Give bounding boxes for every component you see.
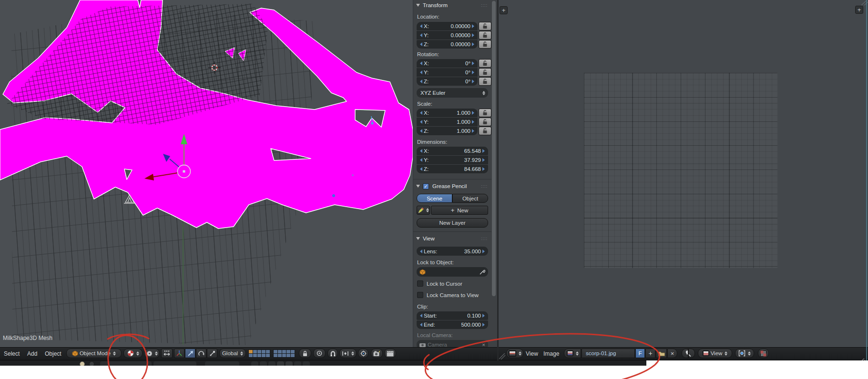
timeline-sliver[interactable] <box>0 360 646 366</box>
increment-arrow-icon[interactable] <box>472 120 476 124</box>
decrement-arrow-icon[interactable] <box>418 24 422 28</box>
scale-x-field[interactable]: X: 1.000 <box>417 109 478 117</box>
timeline-play-back-button[interactable] <box>277 361 284 366</box>
gp-new-layer-button[interactable]: New Layer <box>417 218 488 228</box>
lens-field[interactable]: Lens: 35.000 <box>417 247 488 256</box>
drag-dots-icon[interactable]: :::: <box>481 184 488 189</box>
gp-scene-button[interactable]: Scene <box>417 194 452 203</box>
increment-arrow-icon[interactable] <box>472 42 476 46</box>
timeline-button[interactable] <box>260 361 267 366</box>
lock-rotation-y-button[interactable] <box>479 68 491 77</box>
opengl-render-button[interactable] <box>371 349 383 358</box>
decrement-arrow-icon[interactable] <box>418 120 422 124</box>
increment-arrow-icon[interactable] <box>482 167 487 171</box>
timeline-play-button[interactable] <box>286 361 293 366</box>
translate-manipulator-button[interactable] <box>185 349 195 358</box>
increment-arrow-icon[interactable] <box>472 80 476 83</box>
increment-arrow-icon[interactable] <box>472 70 476 74</box>
panel-scrollbar[interactable] <box>492 1 496 296</box>
decrement-arrow-icon[interactable] <box>418 323 422 327</box>
new-image-button[interactable]: + <box>645 349 655 358</box>
decrement-arrow-icon[interactable] <box>418 249 422 253</box>
drag-dots-icon[interactable]: :::: <box>481 3 488 8</box>
eyedropper-icon[interactable] <box>480 269 485 275</box>
increment-arrow-icon[interactable] <box>482 249 487 253</box>
rotation-mode-dropdown[interactable]: XYZ Euler <box>417 88 488 98</box>
timeline-keying-button[interactable] <box>89 361 94 366</box>
expand-toolshelf-button[interactable]: + <box>500 6 508 14</box>
scene-lock-button[interactable] <box>299 349 311 358</box>
snap-element-dropdown[interactable] <box>339 349 357 358</box>
lock-to-cursor-row[interactable]: Lock to Cursor <box>417 280 462 287</box>
lock-scale-x-button[interactable] <box>479 109 491 117</box>
increment-arrow-icon[interactable] <box>482 314 487 318</box>
dimension-y-field[interactable]: Y: 37.929 <box>417 156 488 164</box>
scale-y-field[interactable]: Y: 1.000 <box>417 118 478 126</box>
collapse-triangle-icon[interactable] <box>416 237 420 242</box>
decrement-arrow-icon[interactable] <box>418 33 422 37</box>
collapse-triangle-icon[interactable] <box>416 4 420 9</box>
lock-scale-z-button[interactable] <box>479 127 491 135</box>
manipulator-toggle-button[interactable] <box>174 349 184 358</box>
increment-arrow-icon[interactable] <box>482 149 487 153</box>
dimension-z-field[interactable]: Z: 84.668 <box>417 165 488 173</box>
drag-dots-icon[interactable]: :::: <box>481 236 488 241</box>
increment-arrow-icon[interactable] <box>482 158 487 162</box>
clip-end-field[interactable]: End: 500.000 <box>417 320 488 329</box>
lock-location-y-button[interactable] <box>479 31 491 40</box>
lock-camera-row[interactable]: Lock Camera to View <box>417 292 479 298</box>
timeline-record-button[interactable] <box>80 361 85 366</box>
uv-menu-image[interactable]: Image <box>543 347 559 360</box>
fake-user-button[interactable]: F <box>635 349 645 358</box>
dimension-x-field[interactable]: X: 65.548 <box>417 147 488 155</box>
scale-manipulator-button[interactable] <box>207 349 217 358</box>
clear-icon[interactable]: × <box>482 342 485 347</box>
increment-arrow-icon[interactable] <box>472 61 476 65</box>
lock-location-z-button[interactable] <box>479 40 491 49</box>
editor-type-dropdown[interactable] <box>506 349 523 358</box>
lock-to-cursor-checkbox[interactable] <box>417 280 423 287</box>
grease-pencil-checkbox[interactable]: ✓ <box>423 183 429 190</box>
panel-header-grease-pencil[interactable]: ✓ Grease Pencil :::: <box>413 181 491 191</box>
corner-grip-icon[interactable] <box>499 353 506 360</box>
decrement-arrow-icon[interactable] <box>418 167 422 171</box>
timeline-field[interactable] <box>100 361 152 366</box>
increment-arrow-icon[interactable] <box>472 111 476 115</box>
increment-arrow-icon[interactable] <box>472 24 476 28</box>
gp-pencil-dropdown[interactable] <box>417 206 430 215</box>
decrement-arrow-icon[interactable] <box>418 111 422 115</box>
decrement-arrow-icon[interactable] <box>418 42 422 46</box>
rotation-x-field[interactable]: X: 0° <box>417 59 478 68</box>
timeline-button[interactable] <box>294 361 301 366</box>
gp-new-button[interactable]: + New <box>431 206 488 215</box>
uv-view-mode-dropdown[interactable]: View <box>698 349 732 358</box>
panel-header-transform[interactable]: Transform :::: <box>413 0 491 10</box>
editor-divider[interactable] <box>497 0 499 360</box>
display-channels-dropdown[interactable] <box>735 349 754 358</box>
lock-location-x-button[interactable] <box>479 22 491 30</box>
image-datablock-dropdown[interactable] <box>564 349 581 358</box>
timeline-field[interactable] <box>205 361 239 366</box>
clip-start-field[interactable]: Start: 0.100 <box>417 311 488 320</box>
decrement-arrow-icon[interactable] <box>418 149 422 153</box>
lock-scale-y-button[interactable] <box>479 118 491 126</box>
rotate-manipulator-button[interactable] <box>196 349 206 358</box>
uv-image-editor[interactable]: + + <box>499 0 868 347</box>
alpha-swatch-button[interactable] <box>758 349 769 358</box>
properties-panel[interactable]: Transform :::: Location: X: 0.00000 Y: 0… <box>413 0 498 347</box>
menu-add[interactable]: Add <box>27 347 37 360</box>
pivot-point-dropdown[interactable] <box>144 349 160 358</box>
decrement-arrow-icon[interactable] <box>418 158 422 162</box>
decrement-arrow-icon[interactable] <box>418 61 422 65</box>
increment-arrow-icon[interactable] <box>472 33 476 37</box>
rotation-z-field[interactable]: Z: 0° <box>417 77 478 86</box>
uv-menu-view[interactable]: View <box>526 347 538 360</box>
expand-properties-button[interactable]: + <box>855 6 863 14</box>
mode-dropdown[interactable]: Object Mode <box>66 349 122 358</box>
timeline-button[interactable] <box>268 361 276 366</box>
collapse-triangle-icon[interactable] <box>416 185 420 190</box>
decrement-arrow-icon[interactable] <box>418 80 422 83</box>
unlink-image-button[interactable]: × <box>667 349 677 358</box>
image-name-field[interactable]: scorp-01.jpg <box>582 349 635 358</box>
snap-toggle-button[interactable] <box>327 349 338 358</box>
